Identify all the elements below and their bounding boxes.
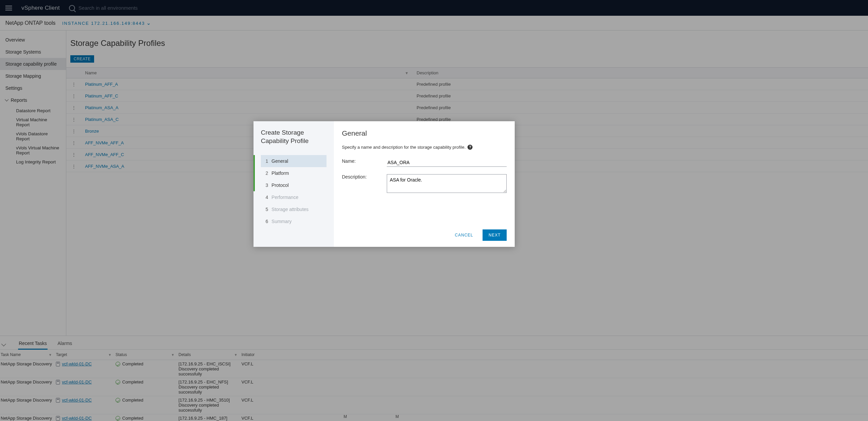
description-field[interactable] <box>387 174 507 193</box>
cancel-button[interactable]: CANCEL <box>450 230 478 241</box>
wizard-step-protocol[interactable]: 3Protocol <box>261 179 327 191</box>
create-profile-modal: Create Storage Capability Profile 1Gener… <box>253 121 515 247</box>
wizard-sidebar: Create Storage Capability Profile 1Gener… <box>253 121 334 247</box>
name-label: Name: <box>342 158 387 164</box>
wizard-step-platform[interactable]: 2Platform <box>261 167 327 179</box>
next-button[interactable]: NEXT <box>483 230 507 241</box>
description-label: Description: <box>342 174 387 180</box>
name-field[interactable] <box>387 158 507 167</box>
wizard-title: Create Storage Capability Profile <box>261 129 327 145</box>
step-description: Specify a name and description for the s… <box>342 145 507 150</box>
wizard-content: General Specify a name and description f… <box>334 121 515 247</box>
help-icon[interactable]: ? <box>467 145 472 150</box>
wizard-step-general[interactable]: 1General <box>261 155 327 167</box>
step-heading: General <box>342 129 507 137</box>
wizard-step-performance: 4Performance <box>261 191 327 203</box>
wizard-step-summary: 6Summary <box>261 215 327 228</box>
wizard-step-storage-attributes: 5Storage attributes <box>261 203 327 215</box>
